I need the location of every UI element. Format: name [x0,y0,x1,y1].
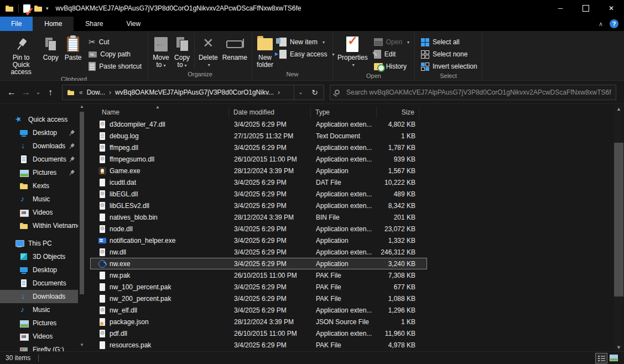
paste-shortcut-button[interactable]: Paste shortcut [85,60,145,72]
column-header-size[interactable]: Size [377,107,419,118]
customize-qat-dropdown-icon[interactable]: ▾ [46,6,48,11]
refresh-icon[interactable]: ↻ [307,88,323,97]
sidebar-item-music[interactable]: Music [0,303,78,316]
file-row-ffmpeg-dll[interactable]: ffmpeg.dll3/4/2025 6:29 PMApplication ex… [90,142,427,153]
cut-button[interactable]: Cut [85,36,145,48]
sidebar-item-3d-objects[interactable]: 3D Objects [0,250,78,263]
sidebar-item-downloads[interactable]: Downloads [0,290,78,303]
sidebar-scrollbar-thumb[interactable] [80,112,84,294]
forward-button[interactable]: → [19,87,33,97]
copy-to-button[interactable]: Copy to [171,33,193,71]
quick-access-toolbar: ▾ [0,4,48,13]
sidebar-item-kexts[interactable]: Kexts [0,179,78,193]
file-row-icudtl-dat[interactable]: icudtl.dat3/4/2025 6:29 PMDAT File10,222… [90,176,427,188]
address-dropdown-icon[interactable]: ⌄ [294,85,307,100]
file-row-ffmpegsumo-dll[interactable]: ffmpegsumo.dll26/10/2015 11:00 PMApplica… [90,153,427,165]
file-row-nw-100-percent-pak[interactable]: nw_100_percent.pak3/4/2025 6:29 PMPAK Fi… [90,281,427,293]
file-row-nw-exe[interactable]: nw.exe3/4/2025 6:29 PMApplication3,240 K… [90,258,427,269]
sidebar-item-documents[interactable]: Documents [0,277,78,290]
new-folder-qat-icon[interactable] [34,4,43,13]
paste-button[interactable]: Paste [61,33,85,76]
sidebar-item-quick-access[interactable]: Quick access [0,113,78,126]
sidebar-item-this-pc[interactable]: This PC [0,237,78,250]
download-icon [19,142,28,150]
rename-button[interactable]: Rename [220,33,249,71]
easy-access-button[interactable]: Easy access [275,48,338,60]
collapse-ribbon-icon[interactable] [599,20,603,28]
list-scrollbar[interactable]: ▲ ▼ [614,105,623,351]
sidebar-item-videos[interactable]: Videos [0,206,78,219]
file-row-game-exe[interactable]: Game.exe28/12/2024 3:39 PMApplication1,5… [90,165,427,176]
sidebar-item-desktop[interactable]: Desktop [0,126,78,139]
sidebar-item-documents[interactable]: Documents [0,153,78,166]
close-button[interactable] [599,0,624,17]
select-none-button[interactable]: Select none [417,48,481,60]
sidebar-item-desktop[interactable]: Desktop [0,263,78,277]
thumbnail-view-button[interactable] [607,353,620,363]
recent-locations-dropdown-icon[interactable]: ⌄ [33,89,43,95]
sidebar-scroll-up-icon[interactable]: ▲ [79,104,85,109]
help-icon[interactable]: ? [610,19,618,28]
delete-button[interactable]: Delete [196,33,220,71]
sidebar-item-videos[interactable]: Videos [0,330,78,343]
sidebar-item-downloads[interactable]: Downloads [0,139,78,153]
edit-button[interactable]: Edit [370,48,413,60]
tab-share[interactable]: Share [74,17,115,31]
tab-file[interactable]: File [0,17,33,31]
file-date: 3/4/2025 6:29 PM [230,179,311,186]
file-row-resources-pak[interactable]: resources.pak3/4/2025 6:29 PMPAK File4,9… [90,339,427,351]
select-all-button[interactable]: Select all [417,36,481,48]
breadcrumb-current[interactable]: wvBq8OAKMcVEJ7AlpPAusG7jV3P8d0CorO1gNikv… [115,89,274,96]
tab-home[interactable]: Home [33,17,74,31]
properties-button[interactable]: Properties [335,33,370,72]
up-button[interactable]: ↑ [43,87,58,97]
file-row-nw-elf-dll[interactable]: nw_elf.dll3/4/2025 6:29 PMApplication ex… [90,304,427,316]
list-scroll-up-icon[interactable]: ▲ [614,106,623,112]
copy-button[interactable]: Copy [40,33,61,76]
tab-view[interactable]: View [115,17,152,31]
file-row-pdf-dll[interactable]: pdf.dll26/10/2015 11:00 PMApplication ex… [90,327,427,339]
column-header-date-modified[interactable]: Date modified [229,107,311,118]
copy-path-button[interactable]: Copy path [85,48,145,60]
details-view-button[interactable] [595,353,607,363]
monitor-icon [19,128,28,137]
open-button[interactable]: Open [370,36,413,48]
move-to-button[interactable]: Move to [150,33,171,71]
file-row-libglesv2-dll[interactable]: libGLESv2.dll3/4/2025 6:29 PMApplication… [90,200,427,211]
sidebar-item-pictures[interactable]: Pictures [0,166,78,179]
list-scroll-down-icon[interactable]: ▼ [614,345,623,350]
sidebar-item-firefly-g[interactable]: Firefly (G:) [0,343,78,351]
file-row-nw-200-percent-pak[interactable]: nw_200_percent.pak3/4/2025 6:29 PMPAK Fi… [90,293,427,304]
address-bar[interactable]: « Dow... › wvBq8OAKMcVEJ7AlpPAusG7jV3P8d… [62,85,324,100]
invert-selection-button[interactable]: Invert selection [417,60,481,72]
file-row-notification-helper-exe[interactable]: notification_helper.exe3/4/2025 6:29 PMA… [90,235,427,246]
minimize-button[interactable] [548,0,573,17]
column-header-name[interactable]: ▲ Name [90,107,229,118]
file-row-debug-log[interactable]: debug.log27/1/2025 11:32 PMText Document… [90,130,427,142]
breadcrumb-root[interactable]: Dow... [87,89,105,96]
back-button[interactable]: ← [4,87,19,97]
sidebar-item-within-vietname[interactable]: Within Vietname [0,219,78,232]
file-row-natives-blob-bin[interactable]: natives_blob.bin28/12/2024 3:39 PMBIN Fi… [90,211,427,223]
new-folder-button[interactable]: New folder [254,33,275,71]
file-row-nw-dll[interactable]: nw.dll3/4/2025 6:29 PMApplication exten.… [90,246,427,258]
file-row-node-dll[interactable]: node.dll3/4/2025 6:29 PMApplication exte… [90,223,427,235]
properties-qat-icon[interactable] [23,4,30,13]
history-button[interactable]: History [370,60,413,72]
file-row-d3dcompiler-47-dll[interactable]: d3dcompiler_47.dll3/4/2025 6:29 PMApplic… [90,118,427,130]
file-row-nw-pak[interactable]: nw.pak26/10/2015 11:00 PMPAK File7,308 K… [90,269,427,281]
file-row-libegl-dll[interactable]: libEGL.dll3/4/2025 6:29 PMApplication ex… [90,188,427,200]
file-row-package-json[interactable]: package.json28/12/2024 3:39 PMJSON Sourc… [90,316,427,327]
new-item-button[interactable]: New item [275,36,338,48]
column-header-type[interactable]: Type [311,107,377,118]
search-input[interactable]: Search wvBq8OAKMcVEJ7AlpPAusG7jV3P8d0Cor… [330,85,616,100]
sidebar-item-music[interactable]: Music [0,193,78,206]
sidebar-item-pictures[interactable]: Pictures [0,316,78,330]
maximize-button[interactable] [573,0,599,17]
pin-to-quick-access-button[interactable]: Pin to Quick access [2,33,40,76]
list-scrollbar-thumb[interactable] [614,143,623,297]
sidebar-scrollbar[interactable]: ▲ ▼ [79,104,85,347]
sidebar-scroll-down-icon[interactable]: ▼ [79,342,85,347]
page-file-icon [98,213,107,222]
file-type: Application exten... [311,155,377,163]
